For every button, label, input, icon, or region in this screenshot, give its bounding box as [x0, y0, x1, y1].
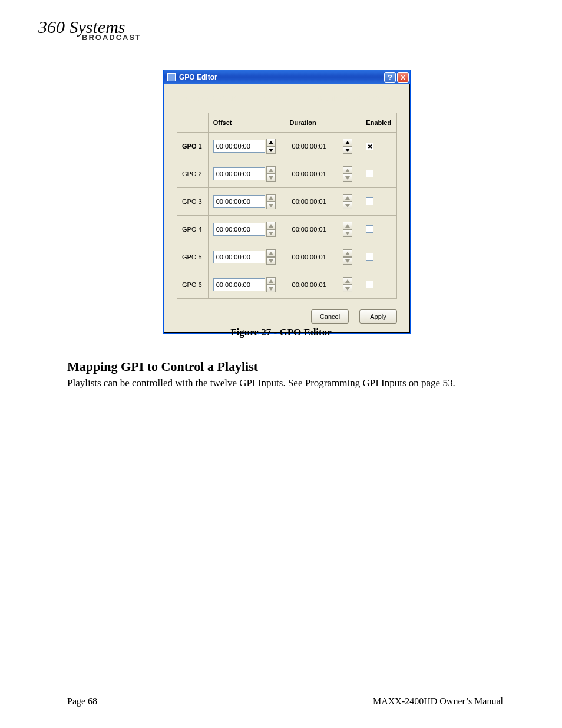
spin-down-icon[interactable]: [266, 229, 276, 237]
svg-marker-18: [345, 252, 350, 255]
window-icon: [167, 73, 176, 81]
enabled-checkbox[interactable]: [366, 225, 373, 233]
header-duration: Duration: [285, 113, 361, 133]
gpo-row-label: GPO 5: [177, 243, 209, 271]
apply-button[interactable]: Apply: [359, 309, 397, 324]
enabled-checkbox[interactable]: [366, 197, 373, 205]
gpo-table: Offset Duration Enabled GPO 100:00:00:01…: [177, 113, 397, 299]
spin-down-icon[interactable]: [343, 285, 352, 292]
figure-caption: Figure 27 - GPO Editor: [0, 327, 562, 338]
enabled-checkbox[interactable]: [366, 253, 373, 261]
spin-down-icon[interactable]: [343, 257, 352, 265]
offset-cell: [208, 243, 285, 271]
table-row: GPO 400:00:00:01: [177, 216, 397, 243]
spin-up-icon[interactable]: [266, 194, 276, 202]
spin-up-icon[interactable]: [266, 139, 276, 146]
enabled-cell: [361, 188, 397, 216]
item-label: Item:: [259, 95, 273, 102]
spin-up-icon[interactable]: [343, 139, 352, 146]
svg-marker-21: [269, 287, 273, 291]
spin-down-icon[interactable]: [343, 202, 352, 209]
enabled-checkbox[interactable]: ✖: [366, 143, 373, 150]
spin-down-icon[interactable]: [266, 202, 276, 209]
svg-marker-15: [345, 232, 350, 235]
logo-sub: BROADCAST: [82, 33, 156, 42]
svg-marker-22: [345, 279, 350, 283]
spin-up-icon[interactable]: [266, 222, 276, 229]
table-row: GPO 300:00:00:01: [177, 188, 397, 216]
duration-value: 00:00:00:01: [290, 167, 342, 180]
spin-down-icon[interactable]: [266, 285, 276, 292]
offset-input[interactable]: [213, 278, 265, 291]
section-paragraph: Playlists can be controlled with the twe…: [67, 377, 455, 389]
svg-marker-17: [269, 259, 273, 263]
duration-cell: 00:00:00:01: [285, 188, 361, 216]
spin-down-icon[interactable]: [343, 229, 352, 237]
clip-field: Clip Title: AT02_6_420_a11: [317, 95, 397, 102]
gpo-row-label: GPO 2: [177, 160, 209, 188]
duration-cell: 00:00:00:01: [285, 160, 361, 188]
offset-input[interactable]: [213, 140, 265, 153]
spin-up-icon[interactable]: [266, 277, 276, 285]
clip-value: AT02_6_420_a11: [346, 95, 397, 102]
window-title: GPO Editor: [179, 73, 384, 81]
spin-up-icon[interactable]: [266, 166, 276, 174]
playlist-field: Playlist: MYPLAYLIST4: [177, 95, 245, 102]
spin-up-icon[interactable]: [343, 166, 352, 174]
item-value: 2: [275, 95, 279, 102]
offset-input[interactable]: [213, 223, 265, 236]
duration-value: 00:00:00:01: [290, 223, 342, 236]
gpo-row-label: GPO 1: [177, 133, 209, 160]
titlebar[interactable]: GPO Editor ? X: [164, 70, 410, 84]
svg-marker-8: [269, 196, 273, 200]
offset-input[interactable]: [213, 251, 265, 263]
help-button[interactable]: ?: [384, 72, 396, 83]
svg-marker-23: [345, 287, 350, 291]
svg-marker-4: [269, 169, 273, 172]
offset-input[interactable]: [213, 195, 265, 208]
header-blank: [177, 113, 209, 133]
offset-cell: [208, 216, 285, 243]
spin-up-icon[interactable]: [343, 277, 352, 285]
spin-down-icon[interactable]: [266, 174, 276, 182]
close-button[interactable]: X: [397, 72, 409, 83]
spin-up-icon[interactable]: [343, 194, 352, 202]
enabled-checkbox[interactable]: [366, 281, 373, 288]
svg-marker-7: [345, 176, 350, 180]
svg-marker-11: [345, 204, 350, 207]
clip-label: Clip Title:: [317, 95, 343, 102]
section-heading: Mapping GPI to Control a Playlist: [67, 359, 258, 374]
offset-input[interactable]: [213, 167, 265, 180]
spin-up-icon[interactable]: [343, 222, 352, 229]
svg-marker-3: [345, 149, 350, 152]
spin-up-icon[interactable]: [266, 249, 276, 257]
duration-value: 00:00:00:01: [290, 195, 342, 208]
svg-marker-1: [269, 149, 273, 152]
gpo-editor-dialog: GPO Editor ? X Playlist: MYPLAYLIST4 Ite…: [163, 70, 411, 334]
spin-up-icon[interactable]: [343, 249, 352, 257]
item-field: Item: 2: [259, 95, 279, 102]
enabled-cell: ✖: [361, 133, 397, 160]
logo-script: 360 Systems: [38, 20, 156, 34]
enabled-cell: [361, 243, 397, 271]
dialog-actions: Cancel Apply: [177, 309, 397, 324]
spin-down-icon[interactable]: [266, 146, 276, 154]
svg-marker-10: [345, 196, 350, 200]
enabled-cell: [361, 216, 397, 243]
gpo-row-label: GPO 3: [177, 188, 209, 216]
svg-marker-12: [269, 224, 273, 228]
svg-marker-6: [345, 169, 350, 172]
svg-marker-20: [269, 279, 273, 283]
footer-manual: MAXX-2400HD Owner’s Manual: [373, 696, 503, 707]
table-row: GPO 600:00:00:01: [177, 271, 397, 299]
svg-marker-13: [269, 232, 273, 235]
footer-page: Page 68: [67, 696, 97, 707]
spin-down-icon[interactable]: [343, 174, 352, 182]
spin-down-icon[interactable]: [343, 146, 352, 154]
playlist-value: MYPLAYLIST4: [201, 95, 245, 102]
duration-cell: 00:00:00:01: [285, 216, 361, 243]
offset-cell: [208, 271, 285, 299]
cancel-button[interactable]: Cancel: [311, 309, 349, 324]
spin-down-icon[interactable]: [266, 257, 276, 265]
enabled-checkbox[interactable]: [366, 170, 373, 177]
